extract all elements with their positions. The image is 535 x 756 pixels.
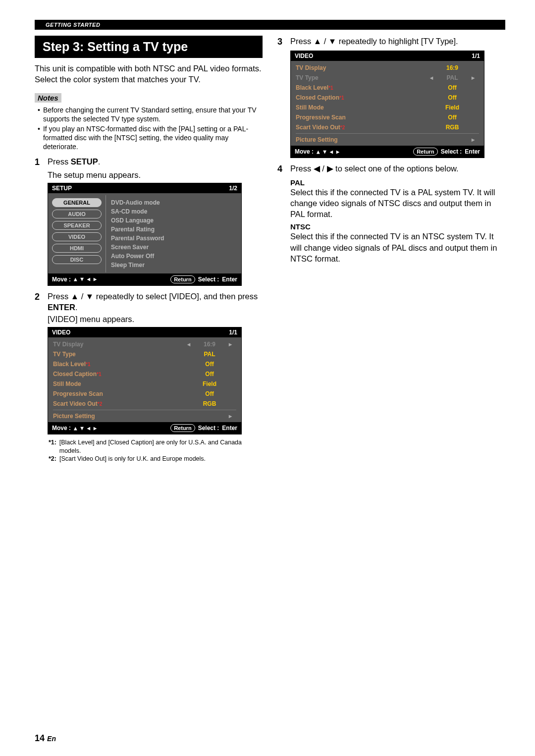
tab-speaker: SPEAKER [52,221,102,230]
video-row: Scart Video Out*2RGB [48,399,241,409]
video-row: Progressive ScanOff [291,112,484,122]
left-column: Step 3: Setting a TV type This unit is c… [35,36,263,463]
notes-label: Notes [35,93,61,103]
arrow-icons: ▲ ▼ ◀ ▶ [317,149,339,155]
step-text: . [98,157,101,166]
step-4: 4 Press ◀ / ▶ to select one of the optio… [277,163,505,175]
step-text: Press ◀ / ▶ to select one of the options… [290,163,505,175]
video-row: Still ModeField [48,379,241,389]
move-label: Move : [52,425,71,432]
video-row-value: Off [437,84,467,91]
video-row: Closed Caption*1Off [291,93,484,103]
footnote-text: [Scart Video Out] is only for U.K. and E… [59,455,206,463]
step-2-sub: [VIDEO] menu appears. [48,315,263,324]
chevron-right-icon: ▸ [467,74,479,81]
note-item: If you play an NTSC-formatted disc with … [43,124,263,152]
video-row: Black Level*1Off [48,359,241,369]
step-number: 2 [35,291,48,313]
video-row-label: Still Mode [296,104,426,111]
osd-page: 1/1 [229,329,237,336]
video-row-value: RGB [437,124,467,131]
osd-page: 1/2 [229,185,237,192]
footnotes: *1:[Black Level] and [Closed Caption] ar… [49,438,263,463]
step-number: 4 [277,163,290,175]
video-row: Picture Setting▸ [48,411,241,421]
video-row-label: Picture Setting [53,413,183,420]
video-row-value: Off [195,361,224,368]
step-number: 1 [35,156,48,168]
option-ntsc-body: Select this if the connected TV is an NT… [290,231,505,264]
video-row-label: Scart Video Out*2 [296,124,426,131]
select-label: Select : [441,148,462,155]
osd-title: VIDEO [52,329,70,336]
video-row-label: Black Level*1 [53,361,183,368]
video-row: TV Type◂PAL▸ [291,73,484,83]
video-row-value: Off [437,94,467,101]
list-item: DVD-Audio mode [111,198,236,207]
right-column: 3 Press ▲ / ▼ repeatedly to highlight [T… [277,36,505,463]
step-text: Press ▲ / ▼ repeatedly to select [VIDEO]… [48,292,258,301]
list-item: OSD Language [111,216,236,225]
video-row-label: Progressive Scan [296,114,426,121]
video-row-value: Field [195,380,224,387]
video-row: Black Level*1Off [291,83,484,93]
list-item: Sleep Timer [111,261,236,270]
video-row-value: Off [437,114,467,121]
enter-label: Enter [222,425,237,432]
option-pal-body: Select this if the connected TV is a PAL… [290,187,505,220]
step-text: Press ▲ / ▼ repeatedly to highlight [TV … [290,36,505,48]
step-1: 1 Press SETUP. [35,156,263,168]
video-osd-1: VIDEO1/1 TV Display◂16:9▸TV TypePALBlack… [48,327,242,434]
setup-osd: SETUP1/2 GENERAL AUDIO SPEAKER VIDEO HDM… [48,183,242,286]
video-row-label: Scart Video Out*2 [53,400,183,407]
video-row-label: Progressive Scan [53,390,183,397]
video-row-label: Black Level*1 [296,84,426,91]
list-item: SA-CD mode [111,207,236,216]
arrow-icons: ▲ ▼ ◀ ▶ [74,425,97,432]
video-row-label: TV Display [296,64,426,71]
video-row: TV Display◂16:9▸ [48,339,241,349]
return-button: Return [170,424,195,432]
tab-disc: DISC [52,255,102,264]
select-label: Select : [198,276,219,283]
step-text: Press [48,157,71,166]
option-pal-head: PAL [290,178,505,187]
option-ntsc-head: NTSC [290,222,505,231]
move-label: Move : [52,276,71,283]
video-row-label: TV Type [53,351,183,358]
video-row-label: TV Type [296,74,426,81]
chevron-right-icon: ▸ [224,341,236,348]
section-header-text: GETTING STARTED [46,20,100,30]
video-row-value: Off [195,371,224,378]
osd-title: VIDEO [295,53,313,59]
move-label: Move : [295,148,314,155]
tab-general: GENERAL [52,198,102,207]
osd-title: SETUP [52,185,72,192]
enter-label: Enter [222,276,237,283]
footnote-tag: *2: [49,455,59,463]
video-row-value: Off [195,390,224,397]
step-3: 3 Press ▲ / ▼ repeatedly to highlight [T… [277,36,505,48]
video-osd-2: VIDEO1/1 TV Display16:9TV Type◂PAL▸Black… [290,51,484,158]
osd-page: 1/1 [472,53,480,59]
video-row-value: PAL [195,351,224,358]
list-item: Auto Power Off [111,252,236,261]
video-row: Still ModeField [291,103,484,112]
step-text: . [75,303,78,312]
video-row-value: RGB [195,400,224,407]
enter-label: Enter [465,148,480,155]
video-row: Closed Caption*1Off [48,369,241,379]
video-row-label: TV Display [53,341,183,348]
video-row: TV TypePAL [48,349,241,359]
tab-audio: AUDIO [52,210,102,218]
list-item: Parental Password [111,234,236,243]
chevron-right-icon: ▸ [467,136,479,143]
video-row-label: Picture Setting [296,136,426,143]
step-number: 3 [277,36,290,48]
list-item: Parental Rating [111,225,236,234]
video-row-label: Closed Caption*1 [296,94,426,101]
page-title-text: Step 3: Setting a TV type [43,40,188,54]
step-bold: SETUP [71,157,98,166]
video-row: Picture Setting▸ [291,135,484,145]
footnote-tag: *1: [49,438,59,455]
